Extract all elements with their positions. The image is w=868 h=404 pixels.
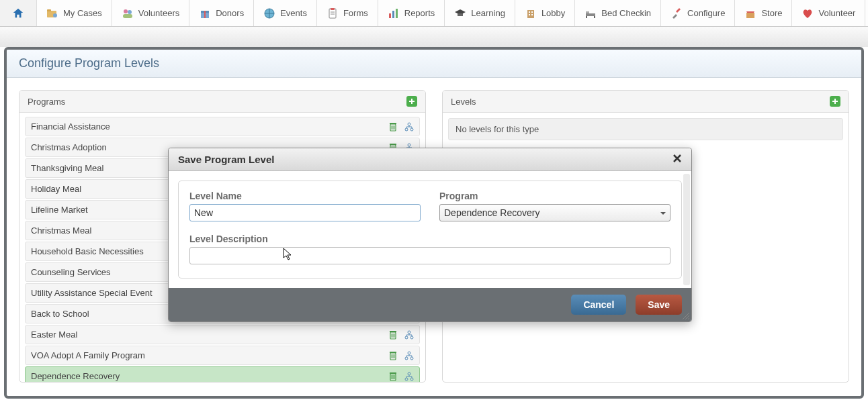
program-name: Lifeline Market [31, 205, 88, 215]
modal-title: Save Program Level [178, 154, 274, 165]
program-select[interactable]: Dependence Recovery [439, 204, 670, 221]
save-button[interactable]: Save [636, 295, 682, 315]
nav-volunteers[interactable]: Volunteers [112, 0, 189, 26]
program-name: Christmas Adoption [31, 142, 107, 152]
program-row[interactable]: VOA Adopt A Family Program [25, 346, 420, 365]
svg-point-124 [410, 357, 413, 360]
program-name: VOA Adopt A Family Program [31, 350, 145, 360]
description-label: Level Description [189, 234, 670, 244]
level-name-label: Level Name [189, 191, 421, 201]
row-actions [388, 330, 414, 340]
delete-icon[interactable] [388, 330, 398, 340]
svg-rect-14 [389, 13, 391, 18]
cancel-button[interactable]: Cancel [571, 295, 626, 315]
modal-scrollbar[interactable] [683, 174, 690, 285]
svg-point-4 [128, 10, 132, 14]
nav-events[interactable]: Events [254, 0, 317, 26]
svg-line-135 [688, 318, 689, 319]
nav-label: Volunteers [138, 8, 179, 18]
program-row[interactable]: Easter Meal [25, 325, 420, 344]
program-name: Easter Meal [31, 330, 77, 340]
content-gradient [0, 27, 868, 47]
level-name-input[interactable] [189, 204, 421, 221]
add-level-button[interactable] [830, 96, 840, 107]
delete-icon[interactable] [388, 122, 398, 132]
hierarchy-icon[interactable] [404, 330, 414, 340]
svg-rect-19 [529, 11, 530, 13]
nav-store[interactable]: Store [735, 0, 792, 26]
nav-donors[interactable]: Donors [189, 0, 254, 26]
hierarchy-icon[interactable] [404, 122, 414, 132]
program-row[interactable]: Financial Assistance [25, 117, 420, 136]
nav-bed-checkin[interactable]: Bed Checkin [575, 0, 661, 26]
people-icon [122, 7, 134, 19]
delete-icon[interactable] [388, 351, 398, 360]
program-name: Back to School [31, 309, 89, 319]
svg-rect-11 [331, 8, 335, 10]
plus-icon [832, 98, 838, 105]
svg-rect-126 [390, 372, 396, 374]
grad-cap-icon [454, 7, 466, 19]
nav-configure[interactable]: Configure [661, 0, 735, 26]
svg-point-3 [124, 9, 128, 13]
nav-label: Store [761, 8, 782, 18]
svg-rect-15 [392, 11, 394, 18]
modal-inner: Level Name Program Dependence Recovery [178, 181, 682, 279]
levels-header-label: Levels [451, 97, 476, 107]
program-name: Financial Assistance [31, 121, 110, 132]
nav-label: Bed Checkin [601, 8, 651, 18]
bed-icon [584, 7, 597, 19]
nav-my-cases[interactable]: My Cases [37, 0, 112, 26]
nav-label: Lobby [541, 8, 565, 18]
svg-point-35 [405, 128, 408, 131]
nav-volunteer[interactable]: Volunteer [792, 0, 865, 26]
description-input[interactable] [189, 247, 670, 264]
svg-rect-26 [594, 16, 595, 18]
nav-label: Donors [216, 8, 244, 18]
svg-rect-10 [329, 9, 336, 18]
svg-rect-5 [123, 14, 132, 18]
hierarchy-icon[interactable] [404, 351, 414, 360]
program-name: Holiday Meal [31, 184, 81, 194]
nav-label: My Cases [63, 8, 102, 18]
row-actions [388, 351, 414, 360]
svg-rect-21 [529, 14, 530, 15]
svg-rect-110 [390, 331, 396, 332]
modal-close-button[interactable] [672, 154, 682, 165]
svg-rect-22 [531, 14, 533, 15]
nav-forms[interactable]: Forms [317, 0, 378, 26]
svg-rect-118 [390, 352, 396, 353]
nav-reports[interactable]: Reports [378, 0, 445, 26]
svg-rect-28 [746, 10, 755, 11]
nav-home[interactable] [0, 0, 37, 26]
nav-label: Forms [343, 8, 368, 18]
svg-rect-1 [47, 9, 51, 11]
levels-header: Levels [443, 91, 849, 113]
svg-point-122 [408, 352, 410, 354]
modal-footer: Cancel Save [169, 288, 691, 321]
nav-label: Volunteer [818, 8, 855, 18]
delete-icon[interactable] [388, 372, 398, 381]
svg-point-114 [408, 331, 410, 334]
modal-body: Level Name Program Dependence Recovery [169, 171, 691, 288]
svg-point-115 [405, 336, 408, 339]
svg-rect-16 [396, 9, 398, 18]
svg-point-2 [53, 13, 57, 17]
svg-point-123 [405, 357, 408, 360]
add-program-button[interactable] [406, 96, 417, 107]
svg-point-131 [405, 378, 408, 381]
program-row[interactable]: Dependence Recovery [25, 366, 420, 383]
svg-rect-8 [204, 11, 206, 18]
nav-learning[interactable]: Learning [445, 0, 515, 26]
nav-lobby[interactable]: Lobby [515, 0, 575, 26]
svg-rect-20 [531, 11, 533, 13]
description-field: Level Description [189, 234, 670, 264]
svg-rect-17 [458, 13, 463, 16]
program-name: Household Basic Necessities [31, 246, 144, 256]
svg-point-36 [410, 128, 413, 131]
program-label: Program [439, 191, 670, 201]
resize-grip[interactable] [681, 311, 690, 320]
save-program-level-modal: Save Program Level Level Name Program De… [168, 148, 692, 322]
hierarchy-icon[interactable] [404, 372, 414, 381]
page-title: Configure Program Levels [7, 50, 861, 78]
